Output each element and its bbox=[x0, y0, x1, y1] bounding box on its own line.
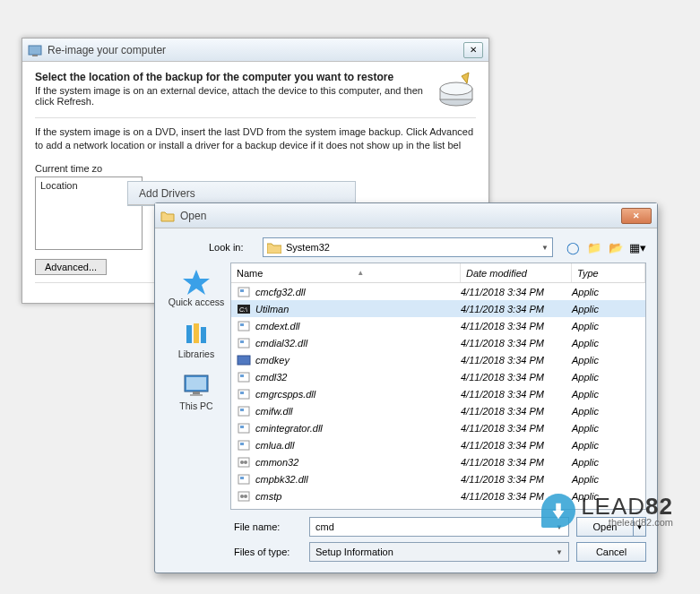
watermark: LEAD82 thelead82.com bbox=[541, 494, 673, 528]
file-icon bbox=[237, 371, 251, 383]
svg-rect-13 bbox=[240, 289, 244, 292]
places-bar: Quick access Libraries This PC bbox=[166, 263, 227, 510]
file-list[interactable]: Name▲ Date modified Type cmcfg32.dll4/11… bbox=[230, 263, 646, 510]
new-folder-icon[interactable]: 📂 bbox=[607, 238, 625, 256]
file-name: Utilman bbox=[255, 304, 289, 314]
file-name: cmstp bbox=[255, 491, 281, 502]
file-type: Applic bbox=[572, 372, 645, 383]
file-icon bbox=[237, 354, 251, 366]
file-row[interactable]: cmlua.dll4/11/2018 3:34 PMApplic bbox=[231, 436, 645, 453]
open-folder-icon bbox=[160, 209, 175, 223]
file-name: cmdial32.dll bbox=[255, 338, 307, 349]
place-this-pc[interactable]: This PC bbox=[168, 372, 225, 411]
file-date: 4/11/2018 3:34 PM bbox=[461, 389, 572, 400]
file-icon bbox=[237, 490, 251, 503]
svg-text:C:\: C:\ bbox=[239, 306, 247, 313]
svg-rect-22 bbox=[240, 374, 244, 377]
reimage-instruction: If the system image is on a DVD, insert … bbox=[35, 125, 476, 152]
location-header: Location bbox=[36, 177, 142, 194]
reimage-icon bbox=[28, 43, 42, 57]
file-type: Applic bbox=[572, 423, 645, 434]
folder-icon bbox=[267, 241, 281, 254]
place-quick-access[interactable]: Quick access bbox=[168, 268, 225, 307]
file-row[interactable]: cmmon324/11/2018 3:34 PMApplic bbox=[231, 453, 645, 470]
filename-value: cmd bbox=[315, 521, 334, 532]
svg-point-4 bbox=[440, 82, 472, 95]
svg-rect-35 bbox=[240, 477, 244, 479]
lookin-combo[interactable]: System32 ▼ bbox=[263, 237, 553, 257]
col-date[interactable]: Date modified bbox=[461, 263, 572, 282]
file-type: Applic bbox=[572, 389, 645, 400]
svg-rect-11 bbox=[190, 394, 203, 396]
open-titlebar[interactable]: Open ✕ bbox=[155, 203, 657, 228]
reimage-close-button[interactable]: ✕ bbox=[463, 42, 483, 58]
back-icon[interactable]: ◯ bbox=[564, 238, 582, 256]
file-name: cmintegrator.dll bbox=[255, 423, 323, 434]
advanced-button[interactable]: Advanced... bbox=[35, 259, 107, 275]
svg-rect-6 bbox=[194, 323, 199, 343]
file-name: cmmon32 bbox=[255, 457, 298, 468]
file-icon bbox=[237, 337, 251, 349]
location-listbox[interactable]: Location bbox=[35, 176, 143, 250]
file-date: 4/11/2018 3:34 PM bbox=[461, 338, 572, 349]
file-date: 4/11/2018 3:34 PM bbox=[461, 321, 572, 331]
logo-icon bbox=[541, 494, 575, 528]
views-icon[interactable]: ▦▾ bbox=[628, 238, 646, 256]
file-row[interactable]: cmintegrator.dll4/11/2018 3:34 PMApplic bbox=[231, 419, 645, 436]
svg-point-38 bbox=[244, 495, 247, 498]
lookin-label: Look in: bbox=[209, 242, 255, 253]
filename-input[interactable]: cmd ▼ bbox=[309, 517, 569, 537]
file-date: 4/11/2018 3:34 PM bbox=[461, 406, 572, 417]
cancel-button[interactable]: Cancel bbox=[576, 542, 646, 562]
file-type: Applic bbox=[572, 338, 645, 349]
open-close-button[interactable]: ✕ bbox=[621, 208, 652, 224]
file-row[interactable]: C:\Utilman4/11/2018 3:34 PMApplic bbox=[231, 300, 645, 317]
file-icon bbox=[237, 439, 251, 452]
svg-point-33 bbox=[244, 461, 247, 464]
file-list-header[interactable]: Name▲ Date modified Type bbox=[231, 263, 645, 283]
svg-point-37 bbox=[240, 495, 244, 498]
file-row[interactable]: cmgrcspps.dll4/11/2018 3:34 PMApplic bbox=[231, 385, 645, 402]
file-row[interactable]: cmdkey4/11/2018 3:34 PMApplic bbox=[231, 351, 645, 368]
svg-rect-26 bbox=[240, 409, 244, 411]
file-icon bbox=[237, 320, 251, 332]
col-type[interactable]: Type bbox=[572, 263, 645, 282]
drive-icon bbox=[436, 71, 476, 110]
svg-rect-7 bbox=[201, 327, 206, 343]
file-row[interactable]: cmifw.dll4/11/2018 3:34 PMApplic bbox=[231, 402, 645, 419]
file-row[interactable]: cmdl324/11/2018 3:34 PMApplic bbox=[231, 368, 645, 385]
place-libraries[interactable]: Libraries bbox=[168, 320, 225, 359]
svg-rect-30 bbox=[240, 443, 244, 445]
svg-rect-19 bbox=[240, 340, 244, 343]
sort-arrow-icon: ▲ bbox=[357, 269, 364, 277]
file-icon bbox=[237, 473, 251, 486]
libraries-icon bbox=[181, 320, 212, 347]
file-name: cmcfg32.dll bbox=[255, 287, 306, 297]
file-type: Applic bbox=[572, 355, 645, 366]
file-row[interactable]: cmpbk32.dll4/11/2018 3:34 PMApplic bbox=[231, 470, 645, 487]
file-type: Applic bbox=[572, 321, 645, 331]
filetype-label: Files of type: bbox=[234, 547, 302, 557]
file-name: cmdext.dll bbox=[255, 321, 300, 331]
file-name: cmpbk32.dll bbox=[255, 474, 308, 485]
place-label: Quick access bbox=[169, 297, 224, 307]
file-icon bbox=[237, 388, 251, 400]
up-icon[interactable]: 📁 bbox=[585, 238, 603, 256]
file-type: Applic bbox=[572, 440, 645, 451]
place-label: Libraries bbox=[178, 349, 214, 359]
file-row[interactable]: cmcfg32.dll4/11/2018 3:34 PMApplic bbox=[231, 283, 645, 300]
file-type: Applic bbox=[572, 287, 645, 297]
chevron-down-icon: ▼ bbox=[556, 548, 563, 556]
filetype-combo[interactable]: Setup Information ▼ bbox=[309, 542, 569, 562]
file-row[interactable]: cmdial32.dll4/11/2018 3:34 PMApplic bbox=[231, 334, 645, 351]
reimage-subhead: If the system image is on an external de… bbox=[35, 85, 428, 107]
svg-rect-20 bbox=[238, 356, 250, 365]
reimage-titlebar[interactable]: Re-image your computer ✕ bbox=[22, 39, 488, 62]
file-date: 4/11/2018 3:34 PM bbox=[461, 287, 572, 297]
file-type: Applic bbox=[572, 457, 645, 468]
svg-rect-28 bbox=[240, 426, 244, 428]
place-label: This PC bbox=[179, 400, 212, 411]
file-row[interactable]: cmdext.dll4/11/2018 3:34 PMApplic bbox=[231, 317, 645, 334]
monitor-icon bbox=[181, 372, 212, 399]
file-icon bbox=[237, 286, 251, 298]
